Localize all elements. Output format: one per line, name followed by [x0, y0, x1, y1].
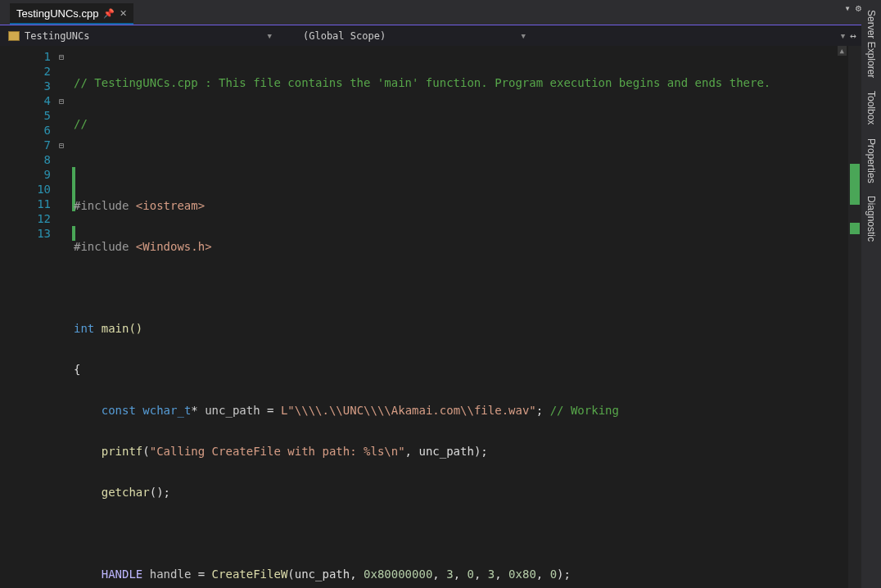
navigation-bar: TestingUNCs ▼ (Global Scope) ▼ ▼ ↔	[0, 25, 861, 46]
chevron-down-icon[interactable]: ▼	[841, 32, 845, 40]
nav-scope-label: (Global Scope)	[303, 30, 386, 42]
nav-project-label: TestingUNCs	[25, 30, 89, 42]
nav-project-selector[interactable]: TestingUNCs ▼	[0, 30, 278, 42]
tool-toolbox[interactable]: Toolbox	[865, 84, 877, 131]
scroll-up-icon[interactable]: ▲	[838, 46, 847, 56]
editor-tab-bar: TestingUNCs.cpp 📌 ✕ ▾ ⚙	[0, 0, 861, 25]
code-body[interactable]: // TestingUNCs.cpp : This file contains …	[74, 46, 848, 588]
file-tab-active[interactable]: TestingUNCs.cpp 📌 ✕	[10, 3, 133, 25]
tab-file-label: TestingUNCs.cpp	[16, 7, 98, 20]
tool-server-explorer[interactable]: Server Explorer	[865, 3, 877, 84]
nav-scope-selector[interactable]: (Global Scope) ▼	[278, 30, 532, 42]
line-gutter: 1⊟ 2 3 4⊟ 5 6 7⊟ 8 9 10 11 12 13	[0, 46, 74, 588]
chevron-down-icon: ▼	[268, 32, 278, 40]
split-icon[interactable]: ↔	[850, 29, 856, 42]
gear-icon[interactable]: ⚙	[856, 2, 861, 14]
tool-properties[interactable]: Properties	[865, 132, 877, 190]
pin-icon[interactable]: 📌	[103, 8, 115, 19]
code-editor[interactable]: 1⊟ 2 3 4⊟ 5 6 7⊟ 8 9 10 11 12 13 // Test…	[0, 46, 861, 588]
tool-diagnostic[interactable]: Diagnostic	[865, 189, 877, 248]
right-toolstrip: Server Explorer Toolbox Properties Diagn…	[861, 0, 881, 588]
close-icon[interactable]: ✕	[120, 8, 127, 19]
dropdown-icon[interactable]: ▾	[845, 2, 851, 14]
overview-ruler[interactable]: ▲	[848, 46, 861, 588]
project-icon	[8, 31, 20, 41]
chevron-down-icon: ▼	[522, 32, 532, 40]
